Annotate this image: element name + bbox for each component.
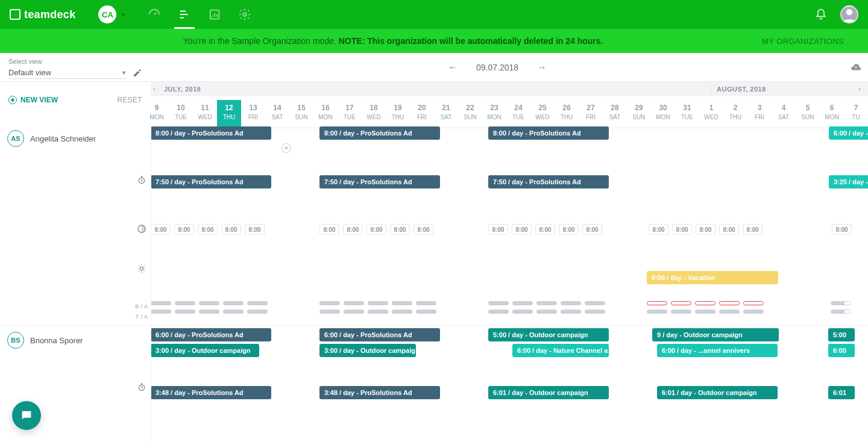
- timeline-bar[interactable]: 6:01: [828, 386, 855, 399]
- nav-schedule-icon[interactable]: [178, 8, 191, 21]
- timeline-bar[interactable]: 9 / day - Outdoor campaign: [652, 328, 779, 341]
- user-avatar[interactable]: [840, 5, 858, 23]
- nav-reports-icon[interactable]: [208, 8, 221, 21]
- download-icon[interactable]: [844, 53, 868, 81]
- indicator-pill: [488, 310, 509, 314]
- indicator-pill: [585, 310, 605, 314]
- avail-slot: 8:00: [245, 224, 265, 235]
- timeline-bar[interactable]: 3:48 / day - ProSolutions Ad: [319, 386, 440, 399]
- avail-slot: 8:00: [672, 224, 692, 235]
- indicator-pill: [561, 301, 581, 305]
- avail-slot: 8:00: [512, 224, 532, 235]
- month-header: ‹ JULY, 2018 AUGUST, 2018 ›: [151, 82, 868, 96]
- timeline-bar[interactable]: 7:50 / day - ProSolutions Ad: [488, 175, 609, 188]
- workspace-badge[interactable]: CA: [98, 5, 116, 23]
- avail-slot: 8:00: [366, 224, 386, 235]
- notice-bold: NOTE: This organization will be automati…: [339, 36, 603, 46]
- timeline-bar[interactable]: 3:00 / day - Outdoor campaign: [151, 344, 259, 357]
- vacation-bar[interactable]: 8:00 / day - Vacation: [647, 271, 778, 284]
- plus-icon: [8, 96, 17, 104]
- edit-icon[interactable]: [133, 68, 142, 78]
- person-badge[interactable]: BS: [7, 332, 24, 349]
- prev-week-arrow[interactable]: ←: [447, 62, 458, 73]
- person-name[interactable]: Angelita Schneider: [30, 134, 96, 143]
- intercom-chat-button[interactable]: [12, 401, 41, 430]
- indicator-pill: [392, 310, 412, 314]
- timeline-bar[interactable]: 5:00: [828, 328, 855, 341]
- indicator-pill: [743, 301, 764, 305]
- nav-dashboard-icon[interactable]: [148, 8, 161, 21]
- timeline-bar[interactable]: 6:00 / day - Nature Channel a: [512, 344, 609, 357]
- chevron-down-icon[interactable]: ▼: [120, 11, 126, 18]
- timeline-bar[interactable]: 3:48 / day - ProSolutions Ad: [151, 386, 271, 399]
- indicator-pill: [416, 310, 436, 314]
- timeline-bar[interactable]: 6:00: [828, 344, 855, 357]
- indicator-pill: [392, 301, 412, 305]
- availability-icon: [137, 224, 146, 235]
- timeline-bar[interactable]: 8:00 / day - ProSolutions Ad: [151, 126, 271, 140]
- timeline-bar[interactable]: 8:00 / day - ProSolutions Ad: [319, 126, 440, 140]
- indicator-pill: [719, 301, 740, 305]
- next-month-arrow[interactable]: ›: [856, 85, 863, 93]
- timeline-bar[interactable]: 6:01 / day - Outdoor campaign: [488, 386, 609, 399]
- indicator-pill: [831, 310, 851, 314]
- svg-point-1: [244, 13, 247, 16]
- notice-bar: You're in the Sample Organization mode. …: [0, 29, 868, 53]
- indicator-pill: [512, 310, 533, 314]
- avail-slot: 8:00: [174, 224, 194, 235]
- timeline-bar[interactable]: 3:00 / day - Outdoor campaig: [319, 344, 416, 357]
- timeline-bar[interactable]: 6:00 / day -: [829, 126, 868, 140]
- current-date[interactable]: 09.07.2018: [476, 63, 518, 72]
- nav-settings-icon[interactable]: [238, 8, 251, 21]
- avail-slot: 8:00: [488, 224, 508, 235]
- person-name[interactable]: Brionna Sporer: [30, 336, 83, 345]
- timeline-bar[interactable]: 6:01 / day - Outdoor campaign: [657, 386, 778, 399]
- avail-slot: 8:00: [832, 224, 852, 235]
- timeline-bar[interactable]: 5:00 / day - Outdoor campaign: [488, 328, 609, 341]
- b-over-a-label: B / A: [135, 303, 148, 310]
- prev-month-arrow[interactable]: ‹: [151, 85, 158, 93]
- toolbar: Select view Default view ▼ ← 09.07.2018 …: [0, 53, 868, 82]
- topbar: teamdeck CA ▼: [0, 0, 868, 29]
- t-over-a-label: T / A: [136, 314, 148, 320]
- timesheets-icon: [137, 175, 146, 187]
- person-badge[interactable]: AS: [7, 130, 24, 147]
- bell-icon[interactable]: [815, 8, 827, 20]
- add-booking-icon[interactable]: +: [281, 143, 291, 153]
- notice-text: You're in the Sample Organization mode.: [183, 36, 339, 46]
- my-organizations-link[interactable]: MY ORGANIZATIONS: [762, 37, 844, 46]
- indicator-pill: [368, 301, 388, 305]
- timeline-bar[interactable]: 6:00 / day - ...annel annivers: [657, 344, 778, 357]
- indicator-pill: [344, 310, 364, 314]
- indicator-pill: [671, 301, 691, 305]
- select-view-label: Select view: [8, 58, 142, 65]
- timeline-bar[interactable]: 7:50 / day - ProSolutions Ad: [151, 175, 271, 188]
- svg-point-4: [140, 267, 143, 270]
- avail-slot: 8:00: [198, 224, 218, 235]
- timeline-bar[interactable]: 6:00 / day - ProSolutions Ad: [319, 328, 440, 341]
- brand-name: teamdeck: [24, 8, 75, 21]
- next-week-arrow[interactable]: →: [536, 62, 547, 73]
- resource-row: BS Brionna Sporer 6:00 / day - ProSoluti…: [0, 325, 868, 412]
- timeline-bar[interactable]: 8:00 / day - ProSolutions Ad: [488, 126, 609, 140]
- logo[interactable]: teamdeck: [10, 8, 75, 21]
- indicator-pill: [561, 310, 581, 314]
- avail-slot: 8:00: [559, 224, 579, 235]
- indicator-pill: [223, 301, 244, 305]
- vacation-icon: [137, 264, 146, 275]
- indicator-pill: [647, 301, 667, 305]
- indicator-pill: [175, 301, 195, 305]
- timeline-bar[interactable]: 6:00 / day - ProSolutions Ad: [151, 328, 271, 341]
- indicator-pill: [151, 301, 171, 305]
- indicator-pill: [319, 310, 340, 314]
- indicator-pill: [647, 310, 667, 314]
- resource-row: AS Angelita Schneider + 8:00 / day - Pro…: [0, 124, 868, 325]
- avail-slot: 8:00: [582, 224, 602, 235]
- indicator-pill: [831, 301, 851, 305]
- indicator-pill: [695, 310, 715, 314]
- timeline-bar[interactable]: 7:50 / day - ProSolutions Ad: [319, 175, 440, 188]
- indicator-pill: [719, 310, 740, 314]
- timeline-content[interactable]: AS Angelita Schneider + 8:00 / day - Pro…: [0, 124, 868, 442]
- timeline-bar[interactable]: 3:25 / day -: [829, 175, 868, 188]
- view-select[interactable]: Default view ▼: [8, 67, 127, 79]
